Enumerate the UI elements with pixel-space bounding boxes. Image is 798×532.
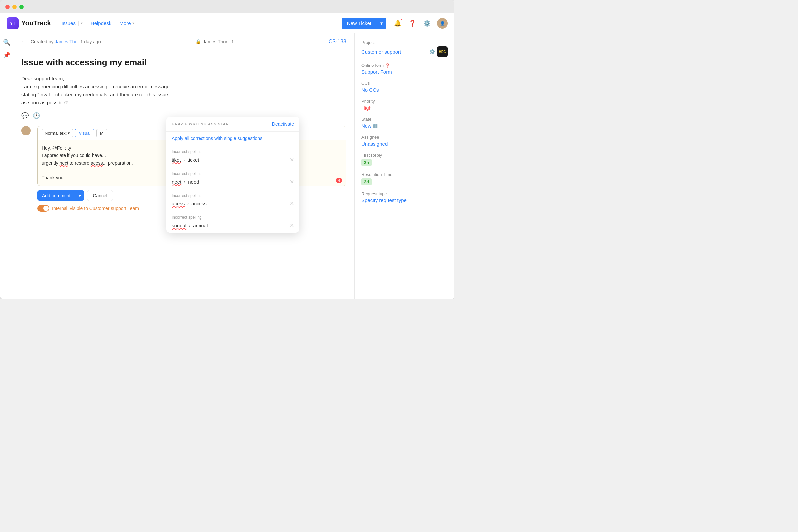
avatar[interactable]: 👤 [437,18,448,28]
lock-badge: 🔒 James Thor +1 [195,39,234,44]
comment-user-avatar [21,126,31,135]
wa-correction-2-label: Incorrect spelling [172,171,294,176]
request-type-label: Request type [361,191,448,196]
new-ticket-dropdown-icon[interactable]: ▾ [377,18,386,29]
main-layout: 🔍 📌 ← Created by James Thor 1 day ago 🔒 … [0,33,454,299]
request-type-field: Request type Specify request type [361,191,448,203]
notification-bell-icon[interactable]: 🔔 [393,19,402,28]
nav-issues[interactable]: Issues | ▾ [58,18,87,28]
misspelled-neet: neet [59,160,69,166]
created-by-text: Created by James Thor 1 day ago [31,39,101,44]
author-link[interactable]: James Thor [55,39,79,44]
project-value[interactable]: Customer support [361,49,401,55]
online-form-question-icon[interactable]: ❓ [385,63,390,68]
clock-action-icon[interactable]: 🕐 [33,112,40,119]
logo-text: YouTrack [21,19,51,27]
logo-initials: YT [10,21,16,25]
window-menu-icon[interactable]: ··· [442,3,449,10]
nav-more-chevron-icon: ▾ [132,21,134,25]
wa-deactivate-button[interactable]: Deactivate [272,121,294,127]
app-window: ··· YT YouTrack Issues | ▾ Helpdesk More… [0,0,454,299]
wa-close-1[interactable]: ✕ [290,157,294,163]
pin-icon[interactable]: 📌 [3,51,10,58]
add-comment-dropdown-icon[interactable]: ▾ [75,190,84,201]
nav-more[interactable]: More ▾ [115,18,138,28]
nav-more-label: More [119,20,131,26]
project-settings-gear-icon[interactable]: ⚙️ [429,49,435,54]
wa-arrow-3: › [187,202,189,206]
project-header: Customer support ⚙️ HEC [361,46,448,57]
title-bar: ··· [0,0,454,13]
wa-correction-4-row: snnual › annual ✕ [172,223,294,229]
wa-correction-1-text: tiket › ticket [172,157,199,163]
wa-right-3: access [191,201,207,207]
issue-header: ← Created by James Thor 1 day ago 🔒 Jame… [13,33,355,50]
writing-assistant-popup: GRAZIE WRITING ASSISTANT Deactivate Appl… [166,117,299,233]
new-ticket-label[interactable]: New Ticket [342,18,377,28]
navbar: YT YouTrack Issues | ▾ Helpdesk More ▾ N… [0,13,454,33]
wa-correction-4-text: snnual › annual [172,223,208,228]
cancel-button[interactable]: Cancel [87,190,113,201]
issue-title: Issue with accessing my email [21,57,174,68]
assignee-value[interactable]: Unassigned [361,141,448,147]
toggle-slider [37,205,49,212]
wa-right-1: ticket [188,157,199,163]
priority-value[interactable]: High [361,105,448,111]
online-form-label: Online form [361,63,384,68]
online-form-field: Online form ❓ Support Form [361,63,448,75]
wa-header: GRAZIE WRITING ASSISTANT Deactivate [166,117,299,132]
wa-wrong-4: snnual [172,223,186,228]
assignee-field: Assignee Unassigned [361,135,448,147]
wa-right-4: annual [193,223,208,228]
wa-close-3[interactable]: ✕ [290,201,294,207]
first-reply-field: First Reply 2h [361,153,448,166]
resolution-time-field: Resolution Time 2d [361,172,448,185]
add-comment-button[interactable]: Add comment ▾ [37,190,84,201]
wa-correction-4: Incorrect spelling snnual › annual ✕ [166,211,299,233]
ccs-field: CCs No CCs [361,81,448,93]
wa-apply-all-button[interactable]: Apply all corrections with single sugges… [166,132,299,145]
nav-issues-label: Issues [61,20,76,26]
state-value[interactable]: New ℹ️ [361,123,448,129]
wa-close-2[interactable]: ✕ [290,178,294,185]
format-chevron-icon: ▾ [68,131,70,136]
wa-correction-2: Incorrect spelling neet › need ✕ [166,167,299,189]
comment-action-icon[interactable]: 💬 [21,112,28,119]
first-reply-label: First Reply [361,153,448,158]
wa-correction-1: Incorrect spelling tiket › ticket ✕ [166,145,299,167]
minimize-button[interactable] [12,5,17,9]
wa-correction-1-row: tiket › ticket ✕ [172,157,294,163]
issue-body: Issue with accessing my email Dear suppo… [13,50,355,299]
wa-arrow-4: › [189,224,190,228]
nav-helpdesk[interactable]: Helpdesk [87,18,116,28]
ccs-value[interactable]: No CCs [361,87,448,93]
issue-id[interactable]: CS-138 [328,39,346,44]
search-icon[interactable]: 🔍 [3,39,10,46]
settings-gear-icon[interactable]: ⚙️ [422,19,432,28]
back-arrow-icon[interactable]: ← [21,39,26,44]
project-icon: HEC [437,46,448,57]
close-button[interactable] [5,5,10,9]
ccs-label: CCs [361,81,448,86]
wa-wrong-1: tiket [172,157,181,163]
request-type-value[interactable]: Specify request type [361,197,448,203]
state-field: State New ℹ️ [361,117,448,129]
wa-arrow-1: › [184,158,185,162]
tab-markdown[interactable]: M [96,129,108,137]
help-icon[interactable]: ❓ [407,19,417,28]
wa-close-4[interactable]: ✕ [290,223,294,229]
content-area: ← Created by James Thor 1 day ago 🔒 Jame… [13,33,355,299]
new-ticket-button[interactable]: New Ticket ▾ [342,18,386,29]
left-sidebar: 🔍 📌 [0,33,13,299]
toggle-switch[interactable] [37,205,49,212]
project-field: Project Customer support ⚙️ HEC [361,40,448,57]
wa-correction-3-row: acess › access ✕ [172,201,294,207]
priority-label: Priority [361,99,448,104]
add-comment-label[interactable]: Add comment [37,190,75,201]
lock-icon: 🔒 [195,39,201,44]
format-dropdown[interactable]: Normal text ▾ [41,129,73,137]
online-form-value[interactable]: Support Form [361,69,448,75]
maximize-button[interactable] [19,5,24,9]
state-label: State [361,117,448,122]
tab-visual[interactable]: Visual [75,129,94,137]
